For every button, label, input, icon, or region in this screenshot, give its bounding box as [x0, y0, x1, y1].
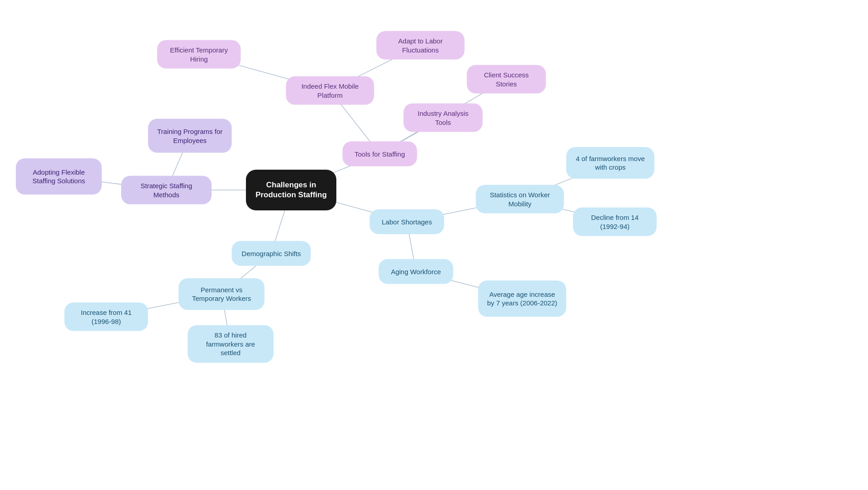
node-tools-staffing[interactable]: Tools for Staffing [343, 142, 417, 167]
node-adapt-labor[interactable]: Adapt to Labor Fluctuations [377, 31, 465, 60]
node-training-programs[interactable]: Training Programs for Employees [148, 119, 232, 153]
node-aging-workforce[interactable]: Aging Workforce [379, 259, 453, 284]
node-industry-analysis[interactable]: Industry Analysis Tools [404, 104, 483, 132]
node-83-farmworkers[interactable]: 83 of hired farmworkers are settled [188, 325, 274, 363]
node-adopting-flexible[interactable]: Adopting Flexible Staffing Solutions [16, 158, 102, 195]
node-demographic-shifts[interactable]: Demographic Shifts [232, 241, 311, 266]
node-average-age[interactable]: Average age increase by 7 years (2006-20… [478, 281, 566, 317]
node-indeed-flex[interactable]: Indeed Flex Mobile Platform [286, 76, 374, 105]
node-decline-from[interactable]: Decline from 14 (1992-94) [573, 208, 657, 236]
node-statistics-mobility[interactable]: Statistics on Worker Mobility [476, 185, 564, 214]
node-labor-shortages[interactable]: Labor Shortages [370, 209, 444, 234]
mindmap-container: Challenges in Production StaffingStrateg… [0, 0, 868, 490]
node-increase-from[interactable]: Increase from 41 (1996-98) [65, 303, 148, 331]
node-permanent-vs-temp[interactable]: Permanent vs Temporary Workers [179, 278, 264, 310]
center-node[interactable]: Challenges in Production Staffing [246, 170, 336, 210]
node-efficient-hiring[interactable]: Efficient Temporary Hiring [157, 40, 241, 69]
connections-svg [0, 0, 868, 490]
node-client-success[interactable]: Client Success Stories [467, 65, 546, 94]
node-strategic-staffing[interactable]: Strategic Staffing Methods [121, 176, 212, 205]
node-farmworkers-move[interactable]: 4 of farmworkers move with crops [566, 147, 655, 179]
